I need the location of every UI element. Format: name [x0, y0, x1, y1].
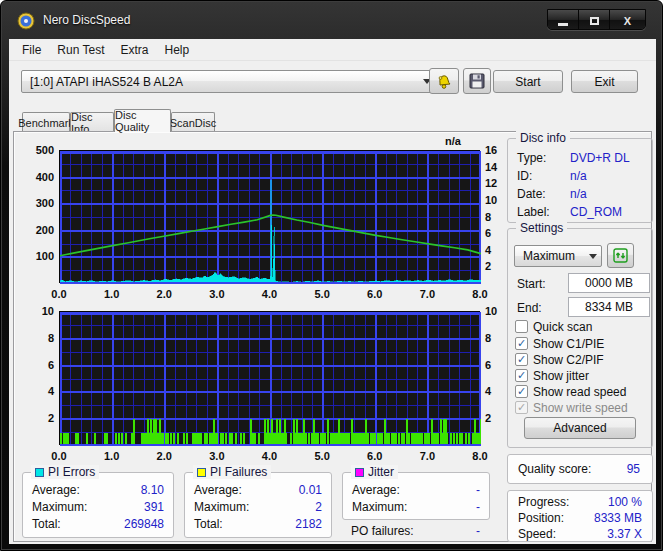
disc-label-value: CD_ROM — [570, 205, 622, 219]
y-axis-right-tick: 6 — [485, 359, 491, 371]
save-button[interactable] — [463, 68, 491, 94]
end-position-input[interactable]: 8334 MB — [568, 297, 650, 317]
y-axis-right-tick: 2 — [485, 412, 491, 424]
checkbox-icon: ✓ — [515, 385, 528, 398]
refresh-icon — [613, 248, 628, 263]
tab-scandisc-label: ScanDisc — [170, 117, 216, 129]
speed-selector-value: Maximum — [515, 249, 584, 263]
quality-score-label: Quality score: — [518, 462, 591, 476]
jitter-legend-icon — [355, 468, 364, 477]
checkbox-show-c2-pif-label: Show C2/PIF — [533, 353, 604, 367]
tab-benchmark-label: Benchmark — [18, 117, 74, 129]
y-axis-right-tick: 8 — [485, 332, 491, 344]
checkbox-show-c1-pie[interactable]: ✓Show C1/PIE — [515, 336, 604, 351]
jitter-maximum-value: - — [476, 500, 480, 514]
pi-failures-stats-title: PI Failures — [193, 465, 271, 479]
start-position-input[interactable]: 0000 MB — [568, 273, 650, 293]
maximize-button[interactable] — [579, 10, 610, 30]
checkbox-icon: ✓ — [515, 353, 528, 366]
pi-errors-chart — [59, 150, 480, 283]
client-area: File Run Test Extra Help [1:0] ATAPI iHA… — [9, 39, 656, 544]
menu-run-test[interactable]: Run Test — [49, 41, 112, 59]
x-axis-tick: 4.0 — [262, 288, 277, 300]
progress-box: Progress: 100 % Position: 8333 MB Speed:… — [507, 490, 653, 542]
close-icon: X — [624, 15, 631, 27]
pi-errors-legend-icon — [35, 468, 44, 477]
bell-button[interactable] — [429, 68, 459, 94]
menu-extra[interactable]: Extra — [112, 41, 156, 59]
y-axis-right-tick: 4 — [485, 385, 491, 397]
exit-button-label: Exit — [594, 75, 614, 89]
y-axis-left-tick: 100 — [36, 250, 54, 262]
tab-disc-info[interactable]: Disc Info — [70, 112, 114, 132]
disc-id-value: n/a — [570, 169, 587, 183]
start-button-label: Start — [515, 75, 540, 89]
disc-type-label: Type: — [517, 151, 546, 165]
checkbox-quick-scan[interactable]: Quick scan — [515, 319, 592, 334]
y-axis-right-tick: 8 — [485, 211, 491, 223]
jitter-average-label: Average: — [352, 483, 400, 497]
jitter-maximum-label: Maximum: — [352, 500, 407, 514]
tab-disc-quality-label: Disc Quality — [115, 109, 170, 133]
position-value: 8333 MB — [594, 511, 642, 525]
checkbox-icon: ✓ — [515, 337, 528, 350]
window-title: Nero DiscSpeed — [43, 13, 130, 27]
y-axis-left-tick: 400 — [36, 171, 54, 183]
menu-file[interactable]: File — [14, 41, 49, 59]
title-bar[interactable]: Nero DiscSpeed X — [9, 6, 654, 36]
quality-score-box: Quality score: 95 — [507, 454, 653, 484]
x-axis-tick: 6.0 — [367, 450, 382, 462]
speed-label: Speed: — [518, 527, 556, 541]
checkbox-show-c2-pif[interactable]: ✓Show C2/PIF — [515, 352, 604, 367]
end-position-label: End: — [517, 301, 542, 315]
checkbox-show-c1-pie-label: Show C1/PIE — [533, 337, 604, 351]
speed-value: 3.37 X — [607, 527, 642, 541]
checkbox-show-jitter[interactable]: ✓Show jitter — [515, 368, 589, 383]
y-axis-left-tick: 200 — [36, 224, 54, 236]
end-position-value: 8334 MB — [585, 300, 633, 314]
tab-scandisc[interactable]: ScanDisc — [171, 112, 215, 132]
window-controls: X — [547, 9, 646, 30]
bell-icon — [435, 72, 453, 90]
x-axis-tick: 2.0 — [157, 450, 172, 462]
maximize-icon — [590, 17, 599, 25]
jitter-axis-na-label: n/a — [445, 135, 461, 147]
x-axis-tick: 3.0 — [209, 450, 224, 462]
x-axis-tick: 5.0 — [314, 288, 329, 300]
jitter-stats-box: Jitter Average:- Maximum:- — [342, 472, 490, 520]
pif-maximum-label: Maximum: — [194, 500, 249, 514]
jitter-average-value: - — [476, 483, 480, 497]
refresh-button[interactable] — [607, 243, 634, 268]
drive-selector-value: [1:0] ATAPI iHAS524 B AL2A — [22, 75, 418, 89]
checkbox-show-read-speed-label: Show read speed — [533, 385, 626, 399]
checkbox-show-read-speed[interactable]: ✓Show read speed — [515, 384, 626, 399]
pi-errors-stats-title: PI Errors — [31, 465, 99, 479]
settings-title: Settings — [516, 221, 567, 235]
tab-benchmark[interactable]: Benchmark — [22, 112, 70, 132]
pi-errors-stats-box: PI Errors Average:8.10 Maximum:391 Total… — [22, 472, 174, 538]
pi-failures-legend-icon — [197, 468, 206, 477]
speed-selector[interactable]: Maximum — [514, 245, 602, 267]
progress-value: 100 % — [608, 495, 642, 509]
menu-help[interactable]: Help — [157, 41, 198, 59]
drive-selector[interactable]: [1:0] ATAPI iHAS524 B AL2A — [21, 70, 436, 93]
pif-average-value: 0.01 — [299, 483, 322, 497]
y-axis-left-tick: 500 — [36, 144, 54, 156]
pie-total-label: Total: — [32, 517, 61, 531]
close-button[interactable]: X — [610, 10, 645, 30]
checkbox-quick-scan-label: Quick scan — [533, 320, 592, 334]
start-button[interactable]: Start — [493, 70, 563, 93]
y-axis-right-tick: 6 — [485, 227, 491, 239]
advanced-button[interactable]: Advanced — [524, 417, 636, 439]
y-axis-right-tick: 16 — [485, 144, 497, 156]
quality-score-value: 95 — [627, 462, 640, 476]
settings-group: Settings Maximum Start: 0000 MB End: 833… — [507, 228, 653, 448]
checkbox-show-jitter-label: Show jitter — [533, 369, 589, 383]
advanced-button-label: Advanced — [553, 421, 606, 435]
disc-quality-page: n/a Disc info Type: DVD+R DL ID: n/a Dat… — [13, 131, 652, 542]
save-icon — [469, 73, 485, 89]
x-axis-tick: 5.0 — [314, 450, 329, 462]
exit-button[interactable]: Exit — [571, 70, 638, 93]
minimize-button[interactable] — [548, 10, 579, 30]
tab-disc-quality[interactable]: Disc Quality — [114, 109, 171, 132]
